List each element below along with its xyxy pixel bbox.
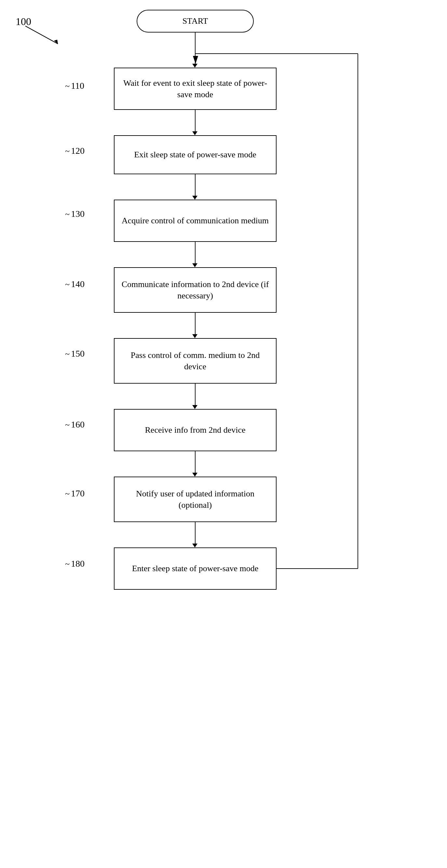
arrowhead-2 xyxy=(192,131,198,135)
arrow-110-to-120 xyxy=(195,110,196,133)
step-label-120: ~120 xyxy=(65,146,85,156)
figure-arrow xyxy=(22,23,68,49)
step-label-140: ~140 xyxy=(65,279,85,289)
arrowhead-5 xyxy=(192,334,198,338)
flowchart-diagram: 100 START ~110 Wait for event to exit sl… xyxy=(0,0,447,868)
arrowhead-8 xyxy=(192,544,198,548)
box-120: Exit sleep state of power-save mode xyxy=(114,135,276,174)
arrowhead-4 xyxy=(192,263,198,267)
arrow-170-to-180 xyxy=(195,522,196,545)
step-label-110: ~110 xyxy=(65,81,84,91)
arrowhead-6 xyxy=(192,405,198,409)
box-110: Wait for event to exit sleep state of po… xyxy=(114,68,276,110)
box-150: Pass control of comm. medium to 2nd devi… xyxy=(114,338,276,383)
box-140: Communicate information to 2nd device (i… xyxy=(114,267,276,313)
start-box: START xyxy=(137,10,254,32)
step-label-170: ~170 xyxy=(65,488,85,499)
arrowhead-3 xyxy=(192,196,198,199)
arrow-start-to-110 xyxy=(195,32,196,65)
box-130: Acquire control of communication medium xyxy=(114,199,276,242)
svg-line-0 xyxy=(25,26,58,44)
step-label-160: ~160 xyxy=(65,420,85,430)
arrowhead-7 xyxy=(192,473,198,476)
arrow-120-to-130 xyxy=(195,174,196,197)
step-label-130: ~130 xyxy=(65,209,85,219)
arrow-160-to-170 xyxy=(195,451,196,474)
arrow-150-to-160 xyxy=(195,383,196,406)
box-170: Notify user of updated information (opti… xyxy=(114,476,276,522)
arrow-140-to-150 xyxy=(195,313,196,336)
arrowhead-1 xyxy=(192,64,198,68)
arrow-130-to-140 xyxy=(195,242,196,265)
svg-marker-5 xyxy=(193,56,198,64)
box-180: Enter sleep state of power-save mode xyxy=(114,548,276,590)
box-160: Receive info from 2nd device xyxy=(114,409,276,451)
step-label-180: ~180 xyxy=(65,559,85,569)
step-label-150: ~150 xyxy=(65,348,85,359)
